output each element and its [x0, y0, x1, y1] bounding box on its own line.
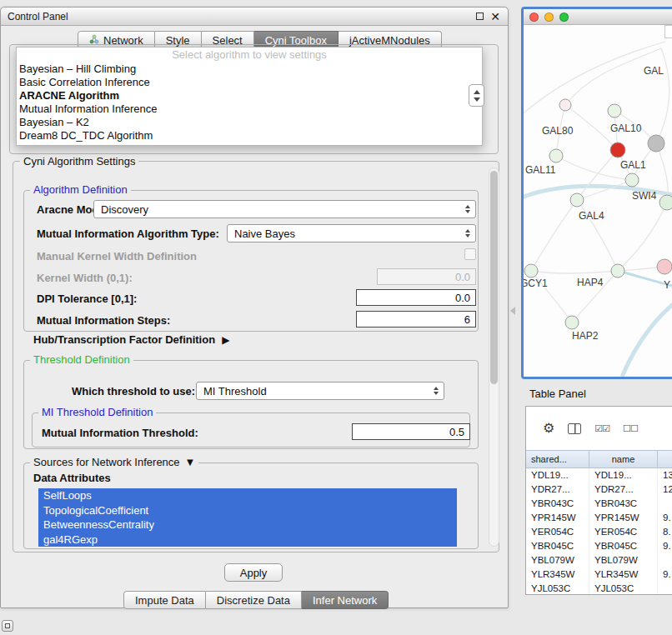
table-cell: 12	[658, 482, 672, 497]
table-cell: YDR27...	[589, 482, 658, 497]
table-cell: YLR345W	[589, 568, 658, 582]
which-threshold-select[interactable]: MI Threshold	[196, 382, 444, 400]
algorithm-option-aracne-algorithm[interactable]: ARACNE Algorithm	[17, 89, 482, 102]
panel-splitter-handle[interactable]	[510, 307, 515, 315]
network-edge	[577, 180, 632, 200]
minimize-light-icon[interactable]	[544, 12, 554, 22]
table-row[interactable]: YBL079WYBL079W	[526, 553, 672, 568]
algorithm-option-bayesian-hill-climbing[interactable]: Bayesian – Hill Climbing	[17, 62, 482, 76]
kernel-width-field: 0.0	[377, 268, 476, 285]
which-threshold-value: MI Threshold	[203, 385, 267, 398]
network-node[interactable]	[659, 195, 672, 210]
aracne-mode-select[interactable]: Discovery	[93, 200, 476, 218]
column-header-shared[interactable]: shared...	[526, 451, 589, 468]
network-window-titlebar[interactable]	[524, 9, 672, 25]
table-row[interactable]: YJL053CYJL053C	[526, 582, 672, 595]
network-node[interactable]	[625, 173, 639, 187]
settings-scrollbar-thumb[interactable]	[490, 171, 498, 384]
table-row[interactable]: YDL19...YDL19...13	[526, 468, 672, 482]
combo-arrows-icon	[465, 205, 470, 213]
table-row[interactable]: YBR043CYBR043C	[526, 497, 672, 511]
mi-threshold-group-title: MI Threshold Definition	[38, 407, 156, 418]
columns-icon[interactable]	[568, 423, 581, 434]
network-node[interactable]	[570, 193, 584, 207]
algorithm-combo-arrows[interactable]	[469, 84, 484, 107]
network-node[interactable]	[565, 316, 579, 329]
control-panel-titlebar[interactable]: Control Panel ✕	[1, 8, 508, 26]
gear-icon[interactable]: ⚙	[543, 422, 554, 435]
network-node[interactable]	[524, 264, 538, 278]
close-light-icon[interactable]	[529, 12, 539, 22]
network-node[interactable]	[549, 149, 563, 162]
node-label: GAL10	[610, 122, 642, 134]
network-scrollbar-corner	[664, 25, 672, 38]
mi-algorithm-type-select[interactable]: Naive Bayes	[227, 224, 476, 242]
table-row[interactable]: YBR045CYBR045C9.	[526, 539, 672, 553]
dpi-tolerance-field[interactable]: 0.0	[356, 289, 476, 306]
dpi-tolerance-label: DPI Tolerance [0,1]:	[37, 292, 137, 305]
algorithm-option-bayesian-k2[interactable]: Bayesian – K2	[17, 116, 482, 129]
table-row[interactable]: YER054CYER054C8.	[526, 525, 672, 539]
network-canvas[interactable]: GALGAL80GAL10GAL11GAL1SWI4GAL4GCY1HAP4YH…	[524, 25, 672, 377]
network-node[interactable]	[610, 142, 625, 158]
select-all-icon[interactable]: ☑☑	[594, 424, 609, 433]
algorithm-option-basic-correlation-inference[interactable]: Basic Correlation Inference	[17, 76, 482, 89]
table-cell: YPR145W	[589, 511, 658, 525]
column-header-col2[interactable]	[658, 451, 672, 468]
expanded-arrow-icon: ▼	[185, 457, 196, 468]
zoom-light-icon[interactable]	[559, 12, 569, 22]
table-cell: YLR345W	[526, 568, 589, 582]
table-cell: YJL053C	[589, 582, 658, 595]
table-cell: YBR045C	[526, 539, 589, 553]
table-body: YDL19...YDL19...13YDR27...YDR27...12YBR0…	[526, 468, 672, 595]
tab-label: Impute Data	[135, 594, 194, 607]
network-edge	[531, 200, 577, 271]
restore-icon[interactable]	[476, 12, 484, 20]
table-row[interactable]: YLR345WYLR345W9.	[526, 568, 672, 582]
kernel-width-value: 0.0	[455, 271, 470, 283]
close-icon[interactable]: ✕	[490, 11, 500, 22]
network-node[interactable]	[648, 135, 664, 152]
data-attributes-list: SelfLoopsTopologicalCoefficientBetweenne…	[38, 488, 457, 547]
table-cell: YDR27...	[526, 482, 589, 497]
network-node[interactable]	[611, 264, 624, 278]
panel-glyph	[5, 623, 10, 628]
control-panel-window: Control Panel ✕ NetworkStyleSelectCyni T…	[0, 7, 509, 608]
apply-button[interactable]: Apply	[224, 563, 283, 582]
sources-group-toggle[interactable]: Sources for Network Inference ▼	[30, 457, 198, 468]
table-cell: YPR145W	[526, 511, 589, 525]
aracne-mode-value: Discovery	[101, 203, 148, 216]
mi-steps-value: 6	[464, 313, 470, 326]
manual-kernel-width-label: Manual Kernel Width Definition	[37, 250, 197, 262]
kernel-width-label: Kernel Width (0,1):	[37, 272, 133, 284]
mi-threshold-field[interactable]: 0.5	[352, 423, 470, 440]
sources-group-title: Sources for Network Inference	[33, 457, 180, 468]
column-header-name[interactable]: name	[589, 451, 658, 468]
algorithm-option-mutual-information-inference[interactable]: Mutual Information Inference	[17, 102, 482, 116]
tab-infer-network[interactable]: Infer Network	[302, 591, 389, 609]
node-label: HAP2	[572, 330, 599, 342]
network-node[interactable]	[559, 99, 571, 111]
table-cell: YBR043C	[526, 497, 589, 511]
hub-definition-toggle[interactable]: Hub/Transcription Factor Definition ▶	[33, 333, 229, 346]
mi-threshold-label: Mutual Information Threshold:	[42, 427, 198, 439]
collapsed-arrow-icon: ▶	[222, 334, 229, 346]
mi-steps-field[interactable]: 6	[356, 311, 476, 328]
attribute-item-selfloops[interactable]: SelfLoops	[38, 488, 457, 503]
network-node[interactable]	[657, 259, 672, 274]
attribute-item-topologicalcoefficient[interactable]: TopologicalCoefficient	[38, 503, 457, 518]
table-cell	[658, 553, 672, 568]
tab-impute-data[interactable]: Impute Data	[123, 591, 206, 609]
table-row[interactable]: YPR145WYPR145W9.	[526, 511, 672, 525]
window-buttons: ✕	[476, 11, 508, 22]
attribute-item-betweennesscentrality[interactable]: BetweennessCentrality	[38, 518, 457, 532]
attribute-item-gal4rgexp[interactable]: gal4RGexp	[38, 532, 457, 548]
deselect-all-icon[interactable]: ☐☐	[623, 424, 638, 433]
table-row[interactable]: YDR27...YDR27...12	[526, 482, 672, 497]
table-cell: YBR043C	[589, 497, 658, 511]
tab-discretize-data[interactable]: Discretize Data	[206, 591, 302, 609]
network-node[interactable]	[608, 104, 621, 118]
minimized-panel-button[interactable]	[2, 620, 13, 632]
algorithm-option-dream8-dc-tdc-algorithm[interactable]: Dream8 DC_TDC Algorithm	[17, 129, 482, 142]
settings-scrollbar-track[interactable]	[489, 168, 499, 547]
